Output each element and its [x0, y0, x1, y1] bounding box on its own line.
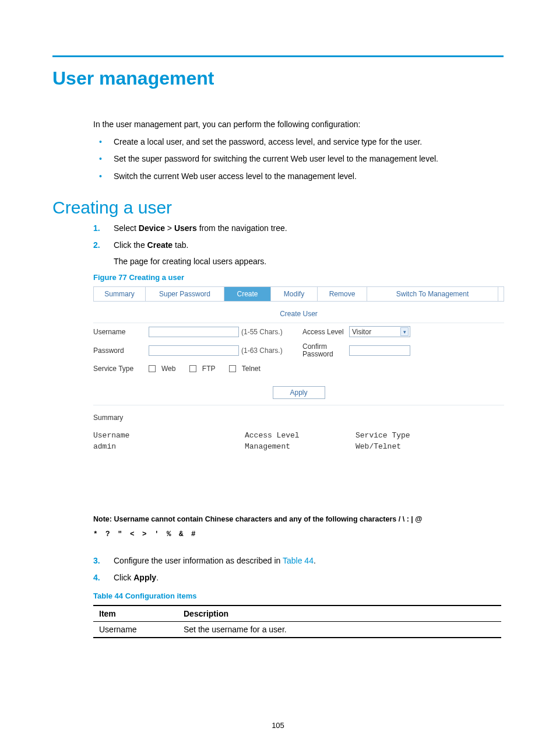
top-rule: [52, 55, 504, 57]
web-checkbox[interactable]: [149, 365, 156, 372]
access-level-value: Visitor: [352, 328, 371, 336]
step-4: Click Apply.: [93, 572, 504, 584]
table-44-link[interactable]: Table 44: [283, 556, 314, 565]
username-label: Username: [93, 328, 149, 336]
table-row: Username Set the username for a user.: [93, 621, 501, 638]
list-item: Create a local user, and set the passwor…: [93, 136, 504, 149]
intro-bullets: Create a local user, and set the passwor…: [93, 136, 504, 183]
table-caption: Table 44 Configuration items: [93, 592, 504, 600]
access-level-select[interactable]: Visitor ▾: [349, 326, 410, 337]
tab-modify[interactable]: Modify: [271, 287, 318, 301]
password-label: Password: [93, 346, 149, 355]
chevron-down-icon: ▾: [400, 327, 409, 336]
section-heading: Creating a user: [52, 198, 504, 218]
tab-switch-management[interactable]: Switch To Management: [367, 287, 498, 301]
list-item: Set the super password for switching the…: [93, 153, 504, 166]
tab-remove[interactable]: Remove: [318, 287, 367, 301]
tab-end-spacer: [498, 287, 504, 301]
ftp-checkbox[interactable]: [189, 365, 196, 372]
note-text: Note: Username cannot contain Chinese ch…: [93, 512, 504, 542]
step-3: Configure the user information as descri…: [93, 555, 504, 568]
figure-caption: Figure 77 Creating a user: [93, 273, 504, 282]
figure-77: Summary Super Password Create Modify Rem…: [93, 286, 504, 541]
confirm-password-input[interactable]: [349, 345, 410, 356]
tab-bar: Summary Super Password Create Modify Rem…: [93, 286, 504, 302]
tab-create[interactable]: Create: [224, 287, 271, 301]
panel-title: Create User: [93, 302, 504, 323]
summary-table-header: Username Access Level Service Type: [93, 431, 504, 440]
list-item: Switch the current Web user access level…: [93, 170, 504, 183]
password-hint: (1-63 Chars.): [241, 346, 291, 355]
confirm-password-label: Confirm Password: [291, 343, 349, 358]
tab-super-password[interactable]: Super Password: [146, 287, 224, 301]
service-type-label: Service Type: [93, 365, 149, 373]
tab-summary[interactable]: Summary: [93, 287, 146, 301]
telnet-checkbox[interactable]: [229, 365, 236, 372]
page-number: 105: [0, 721, 556, 730]
page-title: User management: [52, 68, 504, 89]
table-44: Item Description Username Set the userna…: [93, 605, 501, 638]
password-input[interactable]: [149, 345, 239, 356]
apply-button[interactable]: Apply: [273, 386, 325, 399]
step-2: Click the Create tab.: [93, 239, 504, 252]
service-type-group: Web FTP Telnet: [149, 365, 272, 373]
col-item: Item: [93, 606, 178, 622]
step-1: Select Device > Users from the navigatio…: [93, 222, 504, 235]
username-input[interactable]: [149, 327, 239, 337]
access-level-label: Access Level: [291, 328, 349, 336]
divider: [93, 405, 504, 405]
username-hint: (1-55 Chars.): [241, 328, 291, 336]
summary-table-row: admin Management Web/Telnet: [93, 442, 504, 501]
step-2-sub: The page for creating local users appear…: [114, 257, 504, 266]
col-description: Description: [178, 606, 501, 622]
intro-lead: In the user management part, you can per…: [93, 118, 504, 131]
summary-header: Summary: [93, 414, 504, 422]
